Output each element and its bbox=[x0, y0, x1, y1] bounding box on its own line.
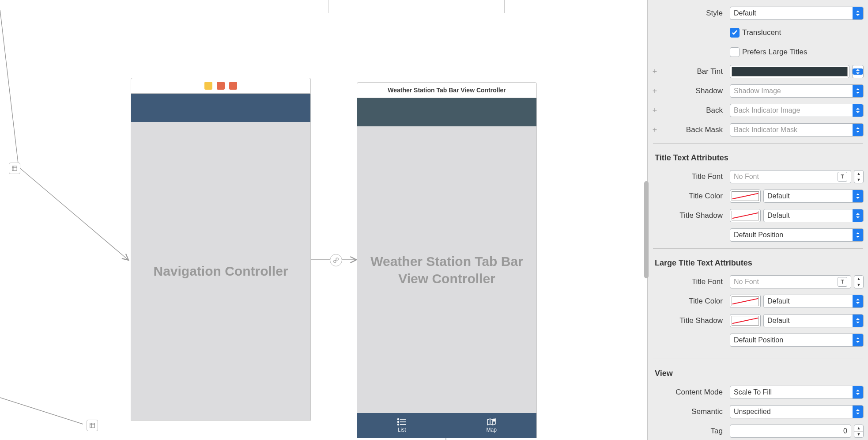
row-large-title-shadow-position: Default Position bbox=[648, 330, 868, 350]
title-color-well[interactable] bbox=[730, 190, 761, 203]
large-title-shadow-select[interactable]: Default bbox=[763, 314, 864, 327]
segue-icon[interactable] bbox=[330, 254, 342, 266]
tag-input[interactable]: 0 bbox=[730, 425, 851, 438]
scene-body[interactable]: Weather Station Tab BarView Controller L… bbox=[357, 98, 537, 438]
svg-point-14 bbox=[398, 424, 399, 425]
row-shadow: + Shadow Shadow Image bbox=[648, 81, 868, 101]
label-large-title-shadow: Title Shadow bbox=[664, 316, 725, 325]
content-mode-select[interactable]: Scale To Fill bbox=[730, 386, 864, 399]
tab-bar[interactable]: List Map bbox=[357, 413, 536, 438]
translucent-label: Translucent bbox=[742, 28, 781, 37]
label-content-mode: Content Mode bbox=[664, 388, 725, 397]
row-large-title-font: Title Font No Font T ▲▼ bbox=[648, 272, 868, 292]
large-title-color-select[interactable]: Default bbox=[763, 295, 864, 308]
chevron-updown-icon bbox=[853, 209, 863, 222]
chevron-updown-icon bbox=[853, 190, 863, 202]
back-indicator-select[interactable]: Back Indicator Image bbox=[730, 104, 864, 117]
shadow-image-select[interactable]: Shadow Image bbox=[730, 84, 864, 98]
prefers-large-titles-checkbox[interactable] bbox=[730, 47, 740, 57]
connector-lines bbox=[0, 0, 647, 440]
title-shadow-well[interactable] bbox=[730, 209, 761, 222]
label-style: Style bbox=[664, 9, 725, 18]
title-font-field[interactable]: No Font T bbox=[730, 170, 851, 183]
partial-scene-top[interactable] bbox=[328, 0, 505, 13]
scene-title-label: Weather Station Tab Bar View Controller bbox=[388, 87, 506, 94]
list-icon bbox=[397, 418, 407, 426]
no-color-icon bbox=[732, 191, 759, 201]
chevron-updown-icon bbox=[853, 104, 863, 117]
section-title-text-attrs: Title Text Attributes bbox=[648, 147, 868, 167]
tag-stepper[interactable]: ▲▼ bbox=[854, 425, 864, 438]
label-large-title-font: Title Font bbox=[664, 277, 725, 286]
add-attribute-button[interactable]: + bbox=[650, 67, 659, 76]
large-title-font-stepper[interactable]: ▲▼ bbox=[854, 275, 864, 288]
large-title-shadow-well[interactable] bbox=[730, 314, 761, 327]
add-attribute-button[interactable]: + bbox=[650, 87, 659, 96]
label-bar-tint: Bar Tint bbox=[664, 67, 725, 76]
scene-placeholder-label: Weather Station Tab BarView Controller bbox=[357, 126, 536, 413]
row-bar-tint: + Bar Tint bbox=[648, 62, 868, 81]
label-back: Back bbox=[664, 106, 725, 115]
canvas-scrollbar-thumb[interactable] bbox=[644, 181, 649, 278]
semantic-select[interactable]: Unspecified bbox=[730, 405, 864, 418]
label-back-mask: Back Mask bbox=[664, 125, 725, 134]
svg-line-2 bbox=[0, 398, 83, 424]
font-picker-icon[interactable]: T bbox=[838, 172, 847, 182]
add-attribute-button[interactable]: + bbox=[650, 125, 659, 135]
exit-proxy-icon[interactable] bbox=[87, 420, 98, 431]
row-large-title-color: Title Color Default bbox=[648, 292, 868, 311]
chevron-updown-icon bbox=[853, 229, 863, 241]
svg-rect-6 bbox=[90, 423, 95, 428]
row-semantic: Semantic Unspecified bbox=[648, 402, 868, 421]
chevron-updown-icon bbox=[853, 7, 863, 19]
scene-title-bar[interactable] bbox=[131, 78, 311, 94]
chevron-updown-icon bbox=[853, 124, 863, 136]
bar-tint-menu[interactable] bbox=[852, 65, 864, 78]
exit-proxy-icon[interactable] bbox=[9, 163, 20, 174]
scene-title-bar[interactable]: Weather Station Tab Bar View Controller bbox=[357, 82, 537, 98]
bar-tint-color-well[interactable] bbox=[730, 65, 849, 78]
large-title-shadow-position-select[interactable]: Default Position bbox=[730, 334, 864, 347]
tab-item-map[interactable]: Map bbox=[486, 418, 496, 433]
font-picker-icon[interactable]: T bbox=[838, 277, 847, 287]
chevron-updown-icon bbox=[853, 334, 863, 346]
separator bbox=[653, 359, 863, 359]
title-shadow-select[interactable]: Default bbox=[763, 209, 864, 222]
translucent-checkbox[interactable] bbox=[730, 28, 740, 38]
label-tag: Tag bbox=[664, 427, 725, 436]
label-title-shadow: Title Shadow bbox=[664, 211, 725, 220]
navigation-bar[interactable] bbox=[357, 98, 536, 126]
label-shadow: Shadow bbox=[664, 87, 725, 95]
section-large-title-text-attrs: Large Title Text Attributes bbox=[648, 252, 868, 272]
row-title-shadow: Title Shadow Default bbox=[648, 206, 868, 225]
back-mask-select[interactable]: Back Indicator Mask bbox=[730, 123, 864, 137]
chevron-updown-icon bbox=[853, 406, 863, 418]
chevron-updown-icon bbox=[853, 85, 863, 97]
scene-body[interactable]: Navigation Controller bbox=[131, 94, 311, 421]
large-title-font-field[interactable]: No Font T bbox=[730, 275, 851, 288]
row-style: Style Default bbox=[648, 4, 868, 23]
title-shadow-position-select[interactable]: Default Position bbox=[730, 228, 864, 242]
large-title-color-well[interactable] bbox=[730, 295, 761, 308]
navigation-bar[interactable] bbox=[131, 94, 310, 122]
row-content-mode: Content Mode Scale To Fill bbox=[648, 383, 868, 402]
svg-line-0 bbox=[0, 10, 19, 167]
tab-item-list[interactable]: List bbox=[397, 418, 407, 433]
scene-navigation-controller[interactable]: Navigation Controller bbox=[131, 78, 311, 421]
row-back: + Back Back Indicator Image bbox=[648, 101, 868, 120]
chevron-updown-icon bbox=[853, 68, 863, 75]
add-attribute-button[interactable]: + bbox=[650, 106, 659, 115]
scene-weather-station-tabbar[interactable]: Weather Station Tab Bar View Controller … bbox=[357, 82, 537, 438]
scene-placeholder-label: Navigation Controller bbox=[131, 122, 310, 420]
label-title-font: Title Font bbox=[664, 172, 725, 181]
svg-point-10 bbox=[398, 419, 399, 420]
storyboard-canvas[interactable]: Navigation Controller Weather Station Ta… bbox=[0, 0, 647, 440]
row-title-color: Title Color Default bbox=[648, 186, 868, 206]
row-title-shadow-position: Default Position bbox=[648, 225, 868, 245]
title-font-stepper[interactable]: ▲▼ bbox=[854, 170, 864, 183]
style-select[interactable]: Default bbox=[730, 7, 864, 20]
separator bbox=[653, 143, 863, 144]
attributes-inspector[interactable]: Style Default Translucent Prefers Large … bbox=[647, 0, 868, 440]
title-color-select[interactable]: Default bbox=[763, 190, 864, 203]
label-large-title-color: Title Color bbox=[664, 297, 725, 306]
